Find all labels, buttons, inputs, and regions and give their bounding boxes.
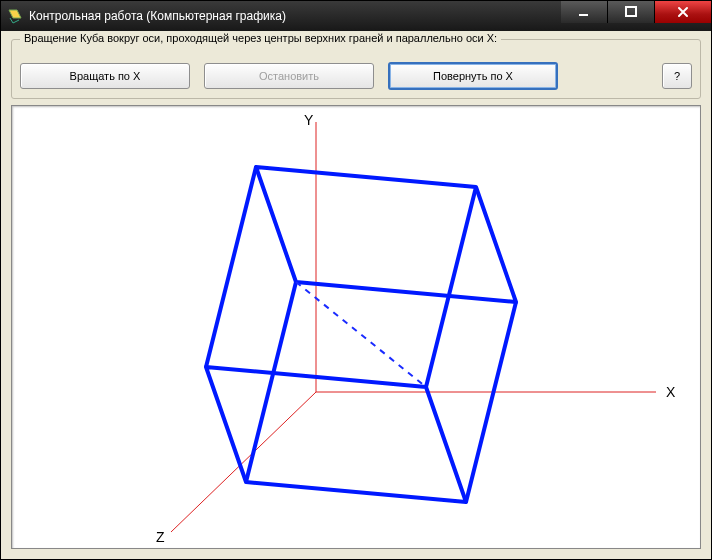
svg-rect-1 [626,7,636,16]
maximize-button[interactable] [608,1,655,23]
scene-svg: X Y Z [16,107,696,547]
app-window: Контрольная работа (Компьютерная графика… [0,0,712,560]
client-area: Вращение Куба вокруг оси, проходящей чер… [1,31,711,559]
axes: X Y Z [156,112,676,545]
svg-rect-0 [579,14,588,16]
svg-line-10 [246,282,296,482]
turn-x-button[interactable]: Повернуть по X [388,62,558,90]
axis-label-x: X [666,384,676,400]
titlebar: Контрольная работа (Компьютерная графика… [1,1,711,31]
cube-wireframe [206,167,516,502]
svg-line-7 [206,167,256,367]
rotation-controls-group: Вращение Куба вокруг оси, проходящей чер… [11,39,701,99]
window-controls [561,1,711,31]
help-button[interactable]: ? [662,63,692,89]
rotate-x-button[interactable]: Вращать по X [20,63,190,89]
svg-line-4 [171,392,316,532]
axis-label-z: Z [156,529,165,545]
render-viewport: X Y Z [11,105,701,549]
svg-line-8 [426,187,476,387]
group-legend: Вращение Куба вокруг оси, проходящей чер… [20,32,501,44]
axis-label-y: Y [304,112,314,128]
window-title: Контрольная работа (Компьютерная графика… [29,9,561,23]
stop-button[interactable]: Остановить [204,63,374,89]
app-icon [7,8,23,24]
minimize-button[interactable] [561,1,608,23]
svg-line-9 [466,302,516,502]
close-button[interactable] [655,1,711,23]
